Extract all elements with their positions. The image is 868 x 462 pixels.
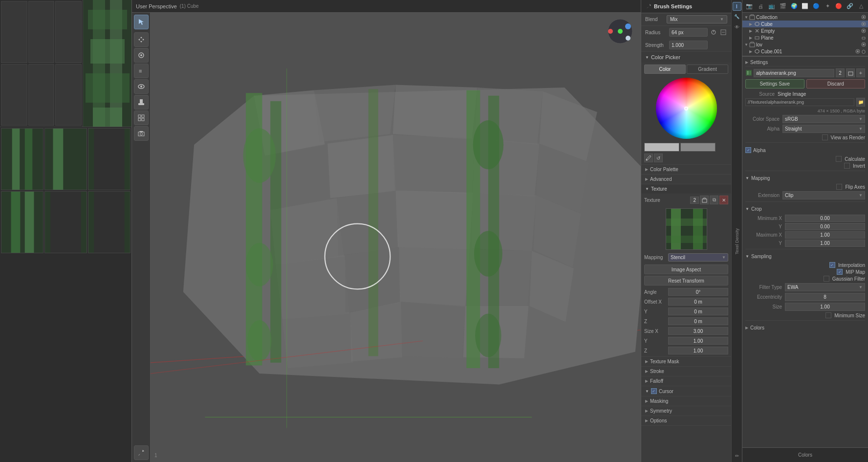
cursor-header[interactable]: ▼ ✓ Cursor (641, 386, 731, 396)
prop-icon-constraints[interactable]: 🔗 (845, 1, 855, 12)
size-x-field[interactable]: 3.00 (668, 327, 728, 335)
texture-id-num[interactable]: 2 (836, 68, 845, 77)
sampling-section-header[interactable]: ▼ Sampling (745, 253, 865, 260)
discard-button[interactable]: Discard (806, 79, 866, 88)
size-z-field[interactable]: 1.00 (668, 347, 728, 354)
color-reset[interactable]: ↺ (654, 154, 663, 162)
gaussian-filter-checkbox[interactable] (824, 276, 829, 282)
color-palette-header[interactable]: ▶ Color Palette (641, 165, 731, 175)
texture-mask-header[interactable]: ▶ Texture Mask (641, 357, 731, 367)
strip-tool-icon[interactable]: 🔧 (733, 12, 741, 21)
tool-move[interactable] (134, 32, 149, 47)
size-y-field[interactable]: 1.00 (668, 337, 728, 345)
texture-preview-image[interactable] (666, 208, 707, 250)
calculate-checkbox[interactable] (836, 156, 842, 162)
vine-thumb-3[interactable] (88, 128, 130, 190)
vine-thumb-4[interactable] (1, 191, 43, 253)
thumb-cell-6[interactable] (55, 64, 82, 126)
outliner-row-empty[interactable]: ▶ Empty (742, 27, 868, 34)
colors-section-header[interactable]: ▶ Colors (745, 324, 865, 331)
prop-icon-modifier[interactable]: 🔵 (811, 1, 822, 12)
vine-thumb-1[interactable] (1, 128, 43, 190)
mapping-section-header[interactable]: ▼ Mapping (745, 175, 865, 182)
texture-filename-field[interactable] (754, 69, 834, 77)
texture-remove[interactable]: ✕ (719, 196, 728, 204)
stroke-header[interactable]: ▶ Stroke (641, 367, 731, 376)
texture-new-icon[interactable]: + (856, 68, 865, 77)
prop-icon-object[interactable]: ⬜ (800, 1, 810, 12)
reset-transform-btn[interactable]: Reset Transform (644, 276, 728, 286)
falloff-header[interactable]: ▶ Falloff (641, 376, 731, 386)
tool-camera[interactable] (134, 126, 149, 141)
symmetry-header[interactable]: ▶ Symmetry (641, 406, 731, 416)
outliner-row-cube[interactable]: ▶ Cube (742, 21, 868, 27)
strength-icon-2[interactable] (719, 41, 727, 49)
masking-header[interactable]: ▶ Masking (641, 396, 731, 406)
color-wheel[interactable] (656, 78, 717, 139)
prop-icon-render[interactable]: 📷 (744, 1, 755, 12)
thumb-cell-5[interactable] (28, 64, 55, 126)
vine-thumb-2[interactable] (44, 128, 87, 190)
min-y-field[interactable]: 0.00 (785, 223, 865, 230)
extension-dropdown[interactable]: Clip ▼ (782, 191, 865, 199)
tool-paint-brush[interactable] (134, 445, 149, 460)
color-tab-color[interactable]: Color (644, 65, 686, 74)
filepath-browse[interactable]: 📁 (856, 98, 865, 107)
strip-edit-icon[interactable]: ✏ (733, 451, 741, 460)
thumb-cell-1[interactable] (1, 1, 27, 63)
flip-axes-checkbox[interactable] (836, 184, 842, 190)
interpolation-checkbox[interactable]: ✓ (829, 262, 835, 268)
main-thumbnail[interactable] (83, 0, 131, 127)
outliner-row-plane[interactable]: ▶ Plane (742, 34, 868, 41)
thumb-cell-4[interactable] (1, 64, 27, 126)
image-aspect-btn[interactable]: Image Aspect (644, 264, 728, 274)
prop-icon-scene[interactable]: 🎬 (778, 1, 788, 12)
crop-section-header[interactable]: ▼ Crop (745, 205, 865, 213)
min-x-field[interactable]: 0.00 (785, 215, 865, 222)
offset-x-field[interactable]: 0 m (668, 298, 728, 306)
tool-fill[interactable]: ≡ (134, 64, 149, 78)
previous-color-swatch[interactable] (680, 143, 716, 152)
offset-y-field[interactable]: 0 m (668, 308, 728, 315)
strip-item-icon[interactable]: I (733, 2, 741, 11)
thumb-cell-3[interactable] (55, 1, 82, 63)
filepath-field[interactable]: //Textures\alphavinerank.png (745, 98, 854, 106)
prop-icon-world[interactable]: 🌍 (789, 1, 799, 12)
invert-checkbox[interactable] (844, 163, 850, 169)
eccentricity-field[interactable]: 8 (785, 293, 865, 301)
vine-thumb-6[interactable] (88, 191, 130, 253)
texture-header[interactable]: ▼ Texture (641, 184, 731, 194)
color-picker-eyedropper[interactable] (644, 154, 653, 162)
alpha-section-header[interactable]: ✓ Alpha (745, 146, 865, 154)
tool-color[interactable] (134, 95, 149, 110)
max-x-field[interactable]: 1.00 (785, 231, 865, 239)
settings-header[interactable]: ▶ Settings (745, 59, 865, 66)
strength-field[interactable]: 1.000 (669, 41, 708, 49)
color-tab-gradient[interactable]: Gradient (687, 65, 728, 74)
prop-icon-output[interactable]: 🖨 (756, 1, 766, 12)
view-as-render-checkbox[interactable] (822, 134, 828, 140)
outliner-row-cube001[interactable]: ▶ Cube.001 (742, 48, 868, 55)
outliner-row-lov[interactable]: ▼ lov (742, 41, 868, 48)
nav-gizmo[interactable] (606, 17, 635, 47)
alpha-checkbox[interactable]: ✓ (745, 147, 751, 153)
max-y-field[interactable]: 1.00 (785, 240, 865, 247)
current-color-swatch[interactable] (644, 143, 679, 152)
radius-icon-1[interactable] (710, 28, 717, 36)
viewport-canvas[interactable]: 1 (151, 13, 641, 462)
prop-icon-data[interactable]: △ (856, 1, 866, 12)
color-space-dropdown[interactable]: sRGB ▼ (782, 115, 865, 123)
tool-cursor[interactable] (134, 15, 149, 29)
offset-z-field[interactable]: 0 m (668, 317, 728, 325)
options-header[interactable]: ▶ Options (641, 416, 731, 426)
texture-num-field[interactable]: 2 (690, 197, 699, 204)
texture-browse[interactable] (700, 196, 709, 204)
save-button[interactable]: Settings Save (745, 79, 804, 88)
prop-icon-physics[interactable]: 🔴 (834, 1, 844, 12)
radius-icon-2[interactable] (719, 28, 727, 36)
cursor-checkbox[interactable]: ✓ (651, 388, 657, 394)
tool-grid[interactable] (134, 110, 149, 125)
filter-type-dropdown[interactable]: EWA ▼ (785, 283, 865, 291)
outliner-row-collection[interactable]: ▼ Collection (742, 14, 868, 21)
advanced-header[interactable]: ▶ Advanced (641, 175, 731, 184)
